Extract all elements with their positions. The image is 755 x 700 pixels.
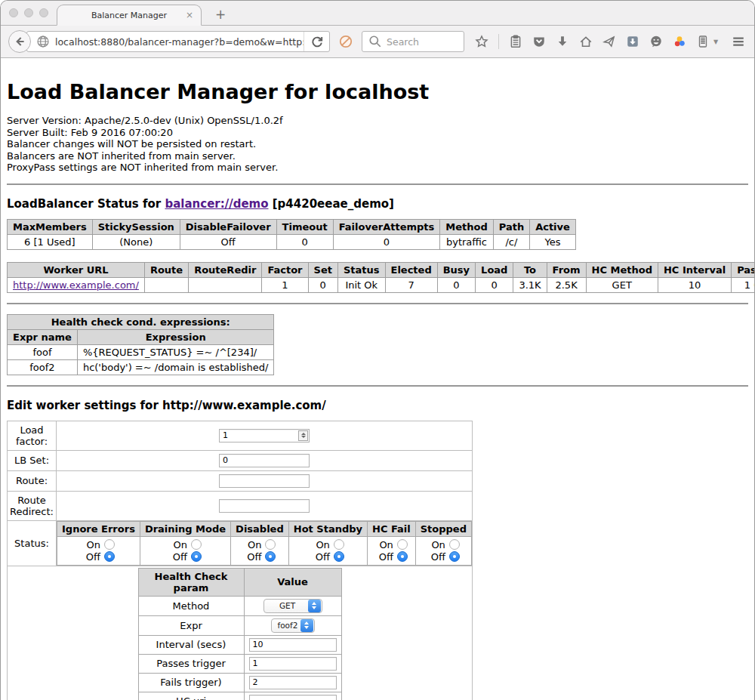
browser-window: Balancer Manager × + localhost:8880/bala…	[0, 0, 755, 700]
lb-set-row: LB Set:	[8, 450, 473, 470]
cell-maxmembers: 6 [1 Used]	[8, 234, 93, 249]
extension-dots-icon[interactable]	[673, 35, 686, 48]
blocked-icon	[339, 35, 353, 48]
ignore-errors-off-radio[interactable]	[104, 551, 115, 562]
expr-row-foof2: foof2 hc('body') =~ /domain is establish…	[8, 359, 274, 375]
worker-table: Worker URL Route RouteRedir Factor Set S…	[7, 262, 755, 293]
cell-status: Init Ok	[337, 277, 385, 292]
route-redirect-input[interactable]	[219, 499, 310, 513]
lb-set-input[interactable]	[219, 454, 310, 467]
close-window-icon[interactable]	[9, 8, 18, 17]
clipboard-icon[interactable]	[509, 35, 522, 48]
hc-fail-off-radio[interactable]	[397, 551, 408, 562]
tab-balancer-manager[interactable]: Balancer Manager ×	[57, 5, 202, 26]
balancers-note-line: Balancers are NOT inherited from main se…	[7, 150, 748, 162]
col-set: Set	[308, 262, 337, 277]
route-input[interactable]	[219, 474, 310, 488]
cell-path: /c/	[493, 234, 529, 249]
url-text[interactable]: localhost:8880/balancer-manager?b=demo&w…	[55, 36, 304, 48]
search-bar[interactable]	[362, 31, 464, 52]
method-select-value: GET	[264, 601, 308, 610]
loadbalancer-status-heading: LoadBalancer Status for balancer://demo …	[7, 197, 748, 211]
search-input[interactable]	[387, 36, 458, 48]
pocket-icon[interactable]	[532, 35, 546, 48]
on-label: On	[312, 539, 330, 550]
route-redirect-label: Route Redirect:	[8, 491, 57, 520]
hot-standby-on-radio[interactable]	[334, 539, 344, 550]
tab-close-icon[interactable]: ×	[186, 11, 193, 20]
edit-worker-heading: Edit worker settings for http://www.exam…	[7, 399, 748, 412]
cell-method: bytraffic	[440, 234, 493, 249]
minimize-window-icon[interactable]	[24, 8, 33, 17]
col-hc-value: Value	[244, 568, 341, 596]
save-page-icon[interactable]	[626, 35, 639, 48]
balancer-demo-link[interactable]: balancer://demo	[165, 197, 268, 211]
method-select[interactable]: GET	[263, 599, 322, 613]
status-radio-row: On Off On Off On Off	[57, 536, 472, 565]
bookmark-star-icon[interactable]	[475, 35, 488, 48]
cell-busy: 0	[437, 277, 475, 292]
server-version-line: Server Version: Apache/2.5.0-dev (Unix) …	[7, 115, 748, 127]
col-failoverattempts: FailoverAttempts	[333, 219, 440, 234]
disabled-off-radio[interactable]	[265, 551, 276, 562]
hc-header-row: Health Check param Value	[138, 568, 341, 596]
hc-fail-on-radio[interactable]	[397, 539, 408, 550]
worker-url-link[interactable]: http://www.example.com/	[13, 279, 139, 291]
stopped-off-radio[interactable]	[449, 551, 460, 562]
stopped-options: On Off	[415, 536, 471, 565]
col-worker-url: Worker URL	[8, 262, 145, 277]
cell-route	[144, 277, 188, 292]
interval-input[interactable]	[249, 638, 337, 652]
hc-uri-input[interactable]	[249, 695, 337, 700]
ignore-errors-on-radio[interactable]	[104, 539, 115, 550]
server-info: Server Version: Apache/2.5.0-dev (Unix) …	[7, 115, 748, 174]
cell-expression: hc('body') =~ /domain is established/	[77, 359, 274, 375]
fails-input[interactable]	[249, 676, 337, 689]
number-spinner-icon[interactable]	[298, 430, 308, 441]
expr-header-row: Expr name Expression	[8, 329, 274, 344]
page-title: Load Balancer Manager for localhost	[7, 80, 748, 103]
col-hc-interval: HC Interval	[658, 262, 731, 277]
status-heading-prefix: LoadBalancer Status for	[7, 197, 165, 211]
col-status: Status	[337, 262, 385, 277]
select-stepper-icon	[308, 600, 321, 612]
load-factor-label: Load factor:	[8, 421, 57, 450]
hc-fails-row: Fails trigger)	[138, 673, 341, 692]
col-route: Route	[144, 262, 188, 277]
hc-params-row: Health Check param Value Method GET Expr	[8, 566, 473, 700]
url-bar[interactable]: localhost:8880/balancer-manager?b=demo&w…	[26, 31, 330, 52]
hot-standby-off-radio[interactable]	[334, 551, 344, 562]
passes-input[interactable]	[249, 657, 337, 671]
navigation-toolbar: localhost:8880/balancer-manager?b=demo&w…	[1, 26, 754, 58]
device-panel-icon[interactable]	[696, 35, 710, 48]
draining-mode-off-radio[interactable]	[191, 551, 202, 562]
content-blocked-button[interactable]	[336, 32, 355, 51]
load-factor-input[interactable]	[219, 429, 310, 443]
zoom-window-icon[interactable]	[39, 8, 48, 17]
toolbar-end-icons	[732, 35, 755, 48]
col-to: To	[513, 262, 547, 277]
cell-expression: %{REQUEST_STATUS} =~ /^[234]/	[77, 344, 274, 359]
dropdown-caret-icon[interactable]: ▼	[713, 39, 718, 45]
on-label: On	[375, 539, 393, 550]
menu-icon[interactable]	[732, 35, 745, 48]
send-icon[interactable]	[602, 35, 616, 48]
hc-interval-row: Interval (secs)	[138, 635, 341, 654]
reload-button[interactable]	[304, 32, 329, 51]
disabled-on-radio[interactable]	[265, 539, 276, 550]
download-icon[interactable]	[556, 35, 569, 48]
hc-method-label: Method	[138, 596, 244, 615]
expr-select[interactable]: foof2	[271, 618, 315, 633]
col-disabled: Disabled	[231, 521, 289, 536]
stopped-on-radio[interactable]	[449, 539, 460, 550]
balancer-data-row: 6 [1 Used] (None) Off 0 0 bytraffic /c/ …	[8, 234, 576, 249]
tab-title: Balancer Manager	[91, 11, 167, 20]
new-tab-button[interactable]: +	[215, 7, 226, 22]
draining-mode-on-radio[interactable]	[191, 539, 202, 550]
col-disablefailover: DisableFailover	[180, 219, 276, 234]
window-controls[interactable]	[9, 8, 48, 17]
select-stepper-icon	[300, 619, 313, 632]
back-button[interactable]	[8, 30, 31, 53]
home-icon[interactable]	[579, 35, 593, 48]
feedback-smiley-icon[interactable]	[649, 35, 663, 48]
